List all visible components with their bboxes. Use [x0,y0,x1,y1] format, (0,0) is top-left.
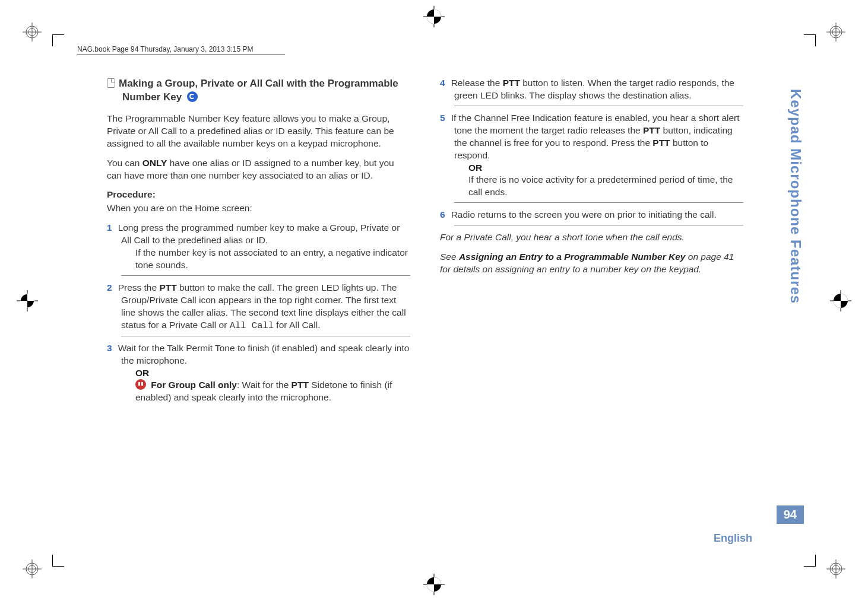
feature-icon [187,91,198,102]
left-column: Making a Group, Private or All Call with… [107,77,410,414]
step-number: 5 [440,113,445,123]
page-body: Making a Group, Private or All Call with… [107,77,743,414]
page-header: NAG.book Page 94 Thursday, January 3, 20… [77,45,285,55]
step-number: 6 [440,209,445,220]
step-number: 3 [107,343,112,353]
paragraph: You can ONLY have one alias or ID assign… [107,157,410,182]
step-number: 1 [107,222,112,233]
register-mark-icon [423,574,445,595]
step-number: 4 [440,78,445,88]
language-label: English [714,532,752,545]
paragraph: The Programmable Number Key feature allo… [107,113,410,150]
page-number-box: 94 [777,505,804,524]
crop-mark-icon [804,555,816,567]
side-tab-label: Keypad Microphone Features [787,89,804,304]
group-call-icon [135,379,146,390]
footnote: See Assigning an Entry to a Programmable… [440,251,743,276]
footnote: For a Private Call, you hear a short ton… [440,231,743,244]
register-mark-icon [423,6,445,27]
register-mark-icon [17,290,38,311]
crop-mark-icon [52,34,64,46]
step-4: 4Release the PTT button to listen. When … [454,77,743,106]
crop-mark-icon [52,555,64,567]
title-text: Making a Group, Private or All Call with… [119,78,398,103]
step-6: 6Radio returns to the screen you were on… [454,209,743,225]
printer-mark-icon [826,23,845,42]
procedure-label: Procedure: [107,189,410,201]
printer-mark-icon [23,23,42,42]
printer-mark-icon [23,559,42,578]
step-2: 2Press the PTT button to make the call. … [121,282,410,336]
section-title: Making a Group, Private or All Call with… [122,77,410,104]
page-number: 94 [777,505,804,524]
register-mark-icon [830,290,851,311]
document-icon [107,78,115,88]
right-column: 4Release the PTT button to listen. When … [440,77,743,414]
step-1: 1Long press the programmed number key to… [121,222,410,276]
printer-mark-icon [826,559,845,578]
step-number: 2 [107,282,112,292]
step-3: 3Wait for the Talk Permit Tone to finish… [121,342,410,408]
crop-mark-icon [804,34,816,46]
step-5: 5If the Channel Free Indication feature … [454,112,743,203]
procedure-subtitle: When you are on the Home screen: [107,202,410,215]
